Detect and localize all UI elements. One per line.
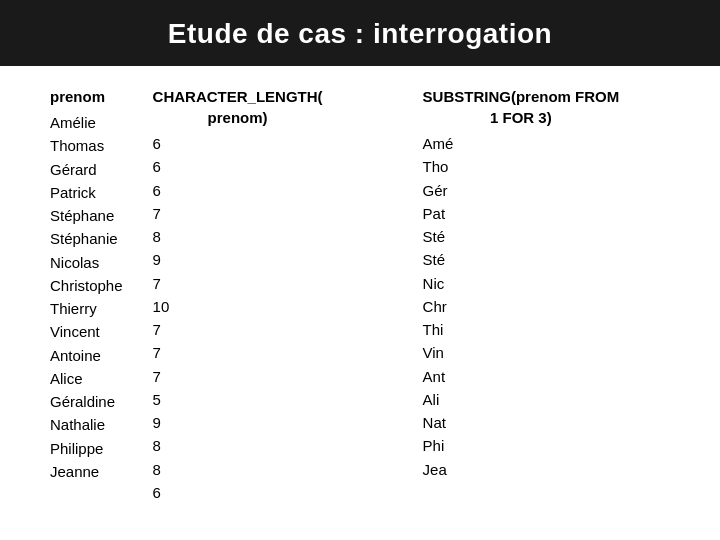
table-row: Gér — [423, 179, 620, 202]
table-row: Thi — [423, 318, 620, 341]
table-row: Amélie — [50, 111, 123, 134]
table-row: 6 — [153, 155, 323, 178]
table-row: Ali — [423, 388, 620, 411]
page-title: Etude de cas : interrogation — [168, 18, 552, 49]
table-row: 8 — [153, 458, 323, 481]
table-row: Thierry — [50, 297, 123, 320]
table-row: 9 — [153, 411, 323, 434]
col1-header: prenom — [50, 86, 123, 107]
table-row: 8 — [153, 225, 323, 248]
table-row: 8 — [153, 434, 323, 457]
table-row: Pat — [423, 202, 620, 225]
table-row: Vincent — [50, 320, 123, 343]
table-row: Phi — [423, 434, 620, 457]
table-row: Christophe — [50, 274, 123, 297]
table-row: Thomas — [50, 134, 123, 157]
table-row: Alice — [50, 367, 123, 390]
table-row: Stéphane — [50, 204, 123, 227]
table-row: Géraldine — [50, 390, 123, 413]
table-row: 7 — [153, 341, 323, 364]
table-row: Stéphanie — [50, 227, 123, 250]
table-row: Nat — [423, 411, 620, 434]
table-row: Nic — [423, 272, 620, 295]
table-row: Jeanne — [50, 460, 123, 483]
table-row: 7 — [153, 272, 323, 295]
table-row: 10 — [153, 295, 323, 318]
table-row: Amé — [423, 132, 620, 155]
table-row: 7 — [153, 365, 323, 388]
table-row: Gérard — [50, 158, 123, 181]
table-row: Vin — [423, 341, 620, 364]
table-row: Nicolas — [50, 251, 123, 274]
table-row: Tho — [423, 155, 620, 178]
table-row: Jea — [423, 458, 620, 481]
col3-header: SUBSTRING(prenom FROM 1 FOR 3) — [423, 86, 620, 128]
table-row: Chr — [423, 295, 620, 318]
col2-header: CHARACTER_LENGTH( prenom) — [153, 86, 323, 128]
header: Etude de cas : interrogation — [0, 0, 720, 66]
table-row: Sté — [423, 225, 620, 248]
table-row: 5 — [153, 388, 323, 411]
table-row: Sté — [423, 248, 620, 271]
table-row: 6 — [153, 132, 323, 155]
table-row: Nathalie — [50, 413, 123, 436]
table-row: 9 — [153, 248, 323, 271]
table-row: 6 — [153, 481, 323, 504]
table-row: Ant — [423, 365, 620, 388]
table-row: Antoine — [50, 344, 123, 367]
table-row: Patrick — [50, 181, 123, 204]
table-row: Philippe — [50, 437, 123, 460]
table-row: 7 — [153, 318, 323, 341]
table-row: 6 — [153, 179, 323, 202]
table-row: 7 — [153, 202, 323, 225]
